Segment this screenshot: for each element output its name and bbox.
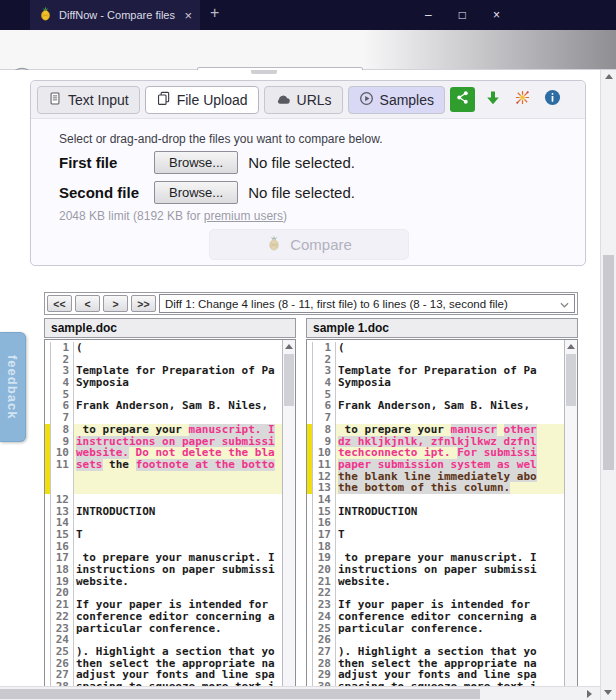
line-content: If your paper is intended for bbox=[74, 599, 282, 611]
window-minimize-button[interactable]: – bbox=[425, 8, 432, 22]
diff-code-line: 20instructions on paper submissi bbox=[307, 564, 564, 576]
scroll-up-icon[interactable] bbox=[605, 74, 613, 79]
diff-code-line: 12the blank line immediately abo bbox=[307, 471, 564, 483]
diff-code-line: 11sets the footnote at the botto bbox=[45, 459, 282, 471]
first-file-status: No file selected. bbox=[248, 154, 355, 171]
line-content: T bbox=[74, 529, 282, 541]
feedback-tab[interactable]: feedback bbox=[0, 332, 26, 442]
line-content bbox=[74, 389, 282, 401]
line-content bbox=[336, 412, 564, 424]
line-content: website. bbox=[74, 576, 282, 588]
scroll-up-icon[interactable] bbox=[285, 344, 293, 349]
browser-horizontal-scrollbar[interactable] bbox=[0, 686, 600, 700]
line-content: the bottom of this column. bbox=[336, 482, 564, 494]
diff-code-line: 16 bbox=[45, 541, 282, 553]
info-button[interactable] bbox=[540, 87, 565, 112]
scroll-thumb[interactable] bbox=[284, 354, 294, 406]
browser-tab[interactable]: DiffNow - Compare files online × bbox=[30, 0, 200, 30]
line-content: paper submission system as wel bbox=[336, 459, 564, 471]
tab-close-icon[interactable]: × bbox=[184, 9, 192, 22]
browser-navbar: https://www.diffnow.co ••• bbox=[0, 30, 616, 70]
left-diff-panel: 1(23Template for Preparation of Pa4Sympo… bbox=[44, 339, 296, 686]
diff-code-line: 23If your paper is intended for bbox=[307, 599, 564, 611]
left-panel-scrollbar[interactable] bbox=[282, 340, 295, 686]
first-file-row: First file Browse... No file selected. bbox=[59, 149, 355, 175]
diff-code-line: 7 bbox=[307, 412, 564, 424]
diff-filler-row bbox=[45, 482, 282, 494]
tab-title: DiffNow - Compare files online bbox=[59, 9, 178, 21]
right-panel-scrollbar[interactable] bbox=[564, 340, 577, 686]
first-diff-button[interactable]: << bbox=[47, 295, 72, 312]
second-file-browse-button[interactable]: Browse... bbox=[154, 181, 238, 204]
diff-code-line: 4Symposia bbox=[307, 377, 564, 389]
line-number: 4 bbox=[313, 377, 336, 389]
first-file-browse-button[interactable]: Browse... bbox=[154, 151, 238, 174]
diff-code-line: 6Frank Anderson, Sam B. Niles, bbox=[45, 400, 282, 412]
compare-button[interactable]: Compare bbox=[209, 229, 409, 260]
diff-code-line: 19website. bbox=[45, 576, 282, 588]
tab-urls[interactable]: URLs bbox=[264, 86, 343, 114]
first-file-label: First file bbox=[59, 154, 154, 171]
toolbar-shading bbox=[363, 30, 616, 69]
diff-filler-row bbox=[45, 471, 282, 483]
diff-code-line: 5 bbox=[307, 389, 564, 401]
scroll-thumb[interactable] bbox=[566, 354, 576, 406]
browser-vertical-scrollbar[interactable] bbox=[600, 70, 616, 700]
tab-file-upload[interactable]: File Upload bbox=[145, 86, 259, 114]
line-content bbox=[74, 354, 282, 366]
line-content: ( bbox=[74, 342, 282, 354]
download-arrow-icon bbox=[485, 90, 501, 110]
window-close-button[interactable]: × bbox=[493, 8, 500, 22]
line-content bbox=[336, 389, 564, 401]
line-content: Template for Preparation of Pa bbox=[336, 365, 564, 377]
line-content bbox=[74, 412, 282, 424]
horizontal-scroll-thumb[interactable] bbox=[0, 689, 480, 699]
diff-code-line: 29adjust your fonts and line spa bbox=[307, 669, 564, 681]
diff-code-line: 14 bbox=[307, 494, 564, 506]
pineapple-icon bbox=[266, 235, 282, 254]
line-content bbox=[336, 541, 564, 553]
diff-code-line: 24 bbox=[45, 634, 282, 646]
scroll-up-icon[interactable] bbox=[567, 344, 575, 349]
line-number: 25 bbox=[51, 646, 74, 658]
diff-selector-value: Diff 1: Change 4 lines (8 - 11, first fi… bbox=[165, 298, 508, 310]
scroll-down-icon[interactable] bbox=[604, 690, 612, 695]
line-number: 11 bbox=[51, 459, 74, 471]
last-diff-button[interactable]: >> bbox=[131, 295, 156, 312]
new-tab-button[interactable]: + bbox=[210, 4, 219, 22]
right-file-header: sample 1.doc bbox=[306, 318, 578, 338]
line-content: dz hkljkjnlk, zfnlkjlkwz dzfnl bbox=[336, 436, 564, 448]
diff-code-line: 9instructions on paper submissi bbox=[45, 436, 282, 448]
diff-code-line: 2 bbox=[307, 354, 564, 366]
diff-code-line: 22 bbox=[307, 587, 564, 599]
line-content: ( bbox=[336, 342, 564, 354]
line-content: particular conference. bbox=[336, 623, 564, 635]
window-maximize-button[interactable]: □ bbox=[459, 8, 466, 22]
line-content: conference editor concerning a bbox=[74, 611, 282, 623]
line-content bbox=[74, 587, 282, 599]
line-number: 17 bbox=[313, 529, 336, 541]
diff-code-line: 3Template for Preparation of Pa bbox=[45, 365, 282, 377]
premium-users-link[interactable]: premium users bbox=[204, 209, 283, 223]
line-content: Symposia bbox=[336, 377, 564, 389]
line-number: 8 bbox=[51, 424, 74, 436]
line-content: INTRODUCTION bbox=[74, 506, 282, 518]
share-button[interactable] bbox=[450, 87, 475, 112]
diff-code-line: 28then select the appropriate na bbox=[307, 658, 564, 670]
tab-label: File Upload bbox=[177, 92, 248, 108]
diff-code-line: 13INTRODUCTION bbox=[45, 506, 282, 518]
tab-text-input[interactable]: Text Input bbox=[37, 86, 140, 114]
premium-button[interactable] bbox=[510, 87, 535, 112]
next-diff-button[interactable]: > bbox=[103, 295, 128, 312]
line-content bbox=[74, 541, 282, 553]
line-content: ). Highlight a section that yo bbox=[336, 646, 564, 658]
page-content: Text Input File Upload URLs bbox=[0, 70, 600, 686]
line-content bbox=[336, 587, 564, 599]
download-button[interactable] bbox=[480, 87, 505, 112]
tab-samples[interactable]: Samples bbox=[348, 86, 445, 114]
diff-selector[interactable]: Diff 1: Change 4 lines (8 - 11, first fi… bbox=[159, 294, 575, 313]
prev-diff-button[interactable]: < bbox=[75, 295, 100, 312]
line-number bbox=[51, 471, 74, 483]
vertical-scroll-thumb[interactable] bbox=[603, 255, 614, 470]
scroll-right-icon[interactable] bbox=[587, 690, 592, 698]
